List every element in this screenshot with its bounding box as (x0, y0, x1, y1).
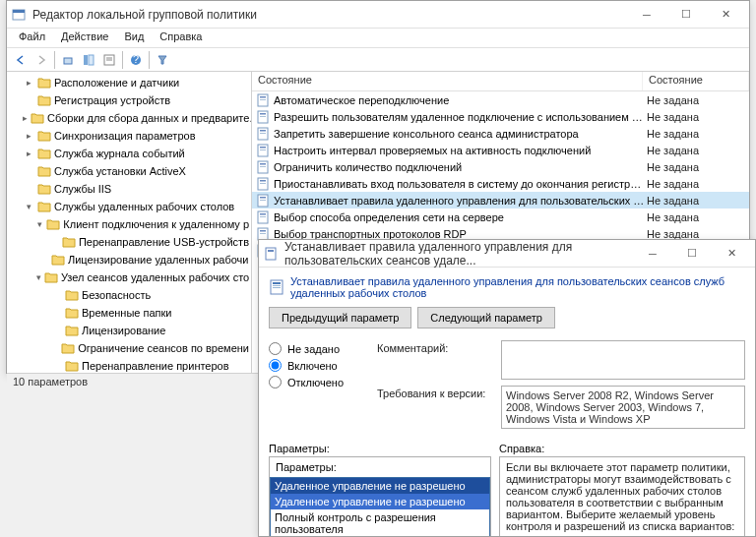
policy-heading-icon (269, 279, 284, 295)
list-item-text: Выбор транспортных протоколов RDP (274, 228, 647, 240)
menu-file[interactable]: Файл (11, 29, 53, 47)
folder-icon (65, 360, 79, 372)
tree-item[interactable]: Лицензирование (82, 323, 165, 338)
svg-text:?: ? (133, 54, 139, 65)
tree-item[interactable]: Клиент подключения к удаленному р (63, 216, 249, 232)
list-row[interactable]: Устанавливает правила удаленного управле… (252, 192, 749, 209)
svg-rect-44 (273, 285, 281, 286)
combo-selected[interactable]: Удаленное управление не разрешено (271, 478, 489, 494)
svg-rect-15 (260, 116, 266, 117)
list-row[interactable]: Автоматическое переподключениеНе задана (252, 91, 749, 108)
radio-disabled[interactable] (269, 376, 282, 388)
radio-not-configured[interactable] (269, 342, 282, 355)
list-row[interactable]: Настроить интервал проверяемых на активн… (252, 142, 749, 158)
list-row[interactable]: Разрешить пользователям удаленное подклю… (252, 108, 749, 125)
tree-item[interactable]: Служба журнала событий (54, 146, 185, 161)
tree-item[interactable]: Лицензирование удаленных рабочи (68, 252, 249, 268)
svg-rect-40 (266, 248, 276, 260)
list-item-text: Разрешить пользователям удаленное подклю… (274, 111, 647, 123)
column-header-state[interactable]: Состояние (252, 72, 643, 90)
parameters-inner-label: Параметры: (270, 457, 490, 477)
list-row[interactable]: Запретить завершение консольного сеанса … (252, 125, 749, 142)
combo-option[interactable]: Удаленное управление не разрешено (271, 494, 489, 509)
svg-rect-27 (260, 183, 266, 184)
tree-item[interactable]: Временные папки (82, 305, 171, 321)
tree-pane[interactable]: ▸Расположение и датчики Регистрация устр… (7, 72, 252, 373)
tree-item[interactable]: Регистрация устройств (54, 92, 170, 108)
help-button[interactable]: ? (126, 50, 146, 70)
dialog-maximize-button[interactable]: ☐ (672, 241, 712, 267)
folder-icon (61, 342, 75, 354)
svg-rect-20 (260, 147, 266, 149)
titlebar: Редактор локальной групповой политики ─ … (7, 1, 749, 29)
next-setting-button[interactable]: Следующий параметр (417, 307, 555, 328)
svg-rect-35 (260, 230, 266, 232)
close-button[interactable]: ✕ (706, 2, 745, 28)
list-item-state: Не задана (647, 228, 745, 240)
toolbar: ? (7, 48, 749, 72)
tree-item[interactable]: Службы IIS (54, 181, 111, 197)
tree-item[interactable]: Расположение и датчики (54, 75, 179, 90)
list-item-state: Не задана (647, 128, 745, 140)
policy-item-icon (256, 210, 270, 224)
folder-icon (37, 77, 51, 89)
show-hide-tree-button[interactable] (79, 50, 98, 70)
list-item-state: Не задана (647, 195, 745, 207)
radio-enabled[interactable] (269, 359, 282, 372)
comment-field[interactable] (501, 340, 745, 380)
list-item-text: Приостанавливать вход пользователя в сис… (274, 178, 647, 190)
tree-item[interactable]: Сборки для сбора данных и предварите... (47, 110, 252, 126)
list-item-state: Не задана (647, 145, 745, 156)
forward-button[interactable] (32, 50, 51, 70)
policy-item-icon (256, 93, 270, 107)
collapse-icon[interactable]: ▾ (23, 199, 34, 214)
tree-item[interactable]: Ограничение сеансов по времени (78, 340, 249, 356)
svg-rect-3 (84, 55, 88, 65)
dialog-close-button[interactable]: ✕ (712, 241, 751, 267)
list-item-text: Выбор способа определения сети на сервер… (274, 211, 647, 223)
svg-rect-2 (64, 58, 72, 64)
radio-label: Не задано (287, 343, 340, 355)
minimize-button[interactable]: ─ (627, 2, 666, 28)
prev-setting-button[interactable]: Предыдущий параметр (269, 307, 411, 328)
svg-rect-45 (273, 287, 281, 288)
expand-icon[interactable]: ▸ (23, 75, 34, 90)
list-row[interactable]: Ограничить количество подключенийНе зада… (252, 158, 749, 175)
dialog-minimize-button[interactable]: ─ (633, 241, 672, 267)
help-text: Если вы включаете этот параметр политики… (506, 461, 738, 532)
folder-icon (65, 325, 79, 336)
policy-item-icon (256, 110, 270, 124)
menu-action[interactable]: Действие (53, 29, 116, 47)
parameters-combo[interactable]: Удаленное управление не разрешено Удален… (270, 477, 490, 536)
up-button[interactable] (58, 50, 78, 70)
filter-button[interactable] (153, 50, 172, 70)
tree-item[interactable]: Перенаправление принтеров (82, 358, 229, 373)
back-button[interactable] (11, 50, 31, 70)
svg-rect-36 (260, 233, 266, 234)
radio-label: Отключено (287, 377, 344, 388)
list-item-text: Запретить завершение консольного сеанса … (274, 128, 647, 140)
list-item-text: Настроить интервал проверяемых на активн… (274, 145, 647, 156)
list-row[interactable]: Приостанавливать вход пользователя в сис… (252, 175, 749, 192)
svg-rect-29 (260, 197, 266, 199)
svg-rect-11 (260, 96, 266, 98)
help-label: Справка: (499, 443, 745, 454)
menu-help[interactable]: Справка (152, 29, 210, 47)
tree-item[interactable]: Перенаправление USB-устройств (79, 234, 249, 250)
tree-item[interactable]: Синхронизация параметров (54, 128, 195, 144)
list-row[interactable]: Выбор способа определения сети на сервер… (252, 209, 749, 225)
app-icon (11, 7, 27, 23)
parameters-box: Параметры: Удаленное управление не разре… (269, 456, 491, 536)
properties-button[interactable] (99, 50, 119, 70)
combo-option[interactable]: Полный контроль с разрешения пользовател… (271, 509, 489, 536)
requirements-label: Требования к версии: (377, 386, 501, 399)
maximize-button[interactable]: ☐ (666, 2, 706, 28)
radio-label: Включено (287, 360, 338, 372)
tree-item[interactable]: Служба установки ActiveX (54, 163, 186, 179)
tree-item[interactable]: Узел сеансов удаленных рабочих сто (61, 269, 249, 285)
policy-item-icon (256, 194, 270, 208)
tree-item[interactable]: Безопасность (82, 287, 151, 303)
column-header-state2[interactable]: Состояние (643, 72, 749, 90)
menu-view[interactable]: Вид (116, 29, 152, 47)
tree-item[interactable]: Службы удаленных рабочих столов (54, 199, 234, 214)
